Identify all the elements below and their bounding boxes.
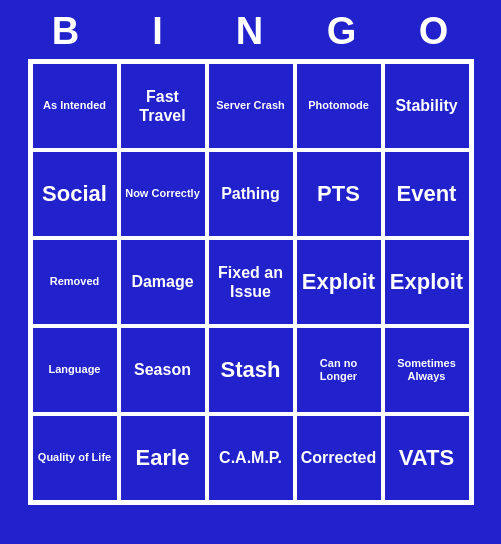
bingo-cell-21: Earle (119, 414, 207, 502)
bingo-cell-6: Now Correctly (119, 150, 207, 238)
bingo-letter-g: G (302, 10, 384, 53)
bingo-cell-13: Exploit (295, 238, 383, 326)
bingo-cell-3: Photomode (295, 62, 383, 150)
bingo-cell-1: Fast Travel (119, 62, 207, 150)
bingo-cell-9: Event (383, 150, 471, 238)
bingo-cell-22: C.A.M.P. (207, 414, 295, 502)
bingo-letter-o: O (394, 10, 476, 53)
bingo-letter-n: N (210, 10, 292, 53)
bingo-cell-2: Server Crash (207, 62, 295, 150)
bingo-cell-19: Sometimes Always (383, 326, 471, 414)
bingo-letter-b: B (26, 10, 108, 53)
bingo-cell-12: Fixed an Issue (207, 238, 295, 326)
bingo-cell-4: Stability (383, 62, 471, 150)
bingo-grid: As IntendedFast TravelServer CrashPhotom… (28, 59, 474, 505)
bingo-cell-15: Language (31, 326, 119, 414)
bingo-header: BINGO (21, 0, 481, 59)
bingo-cell-24: VATS (383, 414, 471, 502)
bingo-cell-16: Season (119, 326, 207, 414)
bingo-cell-0: As Intended (31, 62, 119, 150)
bingo-letter-i: I (118, 10, 200, 53)
bingo-cell-23: Corrected (295, 414, 383, 502)
bingo-cell-17: Stash (207, 326, 295, 414)
bingo-cell-14: Exploit (383, 238, 471, 326)
bingo-cell-11: Damage (119, 238, 207, 326)
bingo-cell-10: Removed (31, 238, 119, 326)
bingo-cell-7: Pathing (207, 150, 295, 238)
bingo-cell-18: Can no Longer (295, 326, 383, 414)
bingo-cell-20: Quality of Life (31, 414, 119, 502)
bingo-cell-8: PTS (295, 150, 383, 238)
bingo-cell-5: Social (31, 150, 119, 238)
